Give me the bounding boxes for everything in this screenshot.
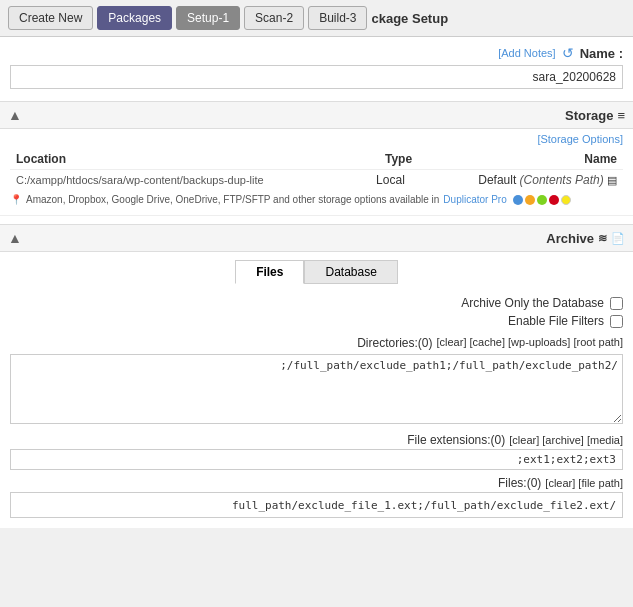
archive-tabs: Files Database [10, 260, 623, 284]
col-location: Location [10, 149, 363, 170]
archive-section-header: ▲ Archive ≋ 📄 [0, 224, 633, 252]
directories-textarea[interactable]: ;/full_path/exclude_path1;/full_path/exc… [10, 354, 623, 424]
main-content: [Add Notes] ↺ Name : ▲ Storage ≡ [Storag… [0, 37, 633, 528]
extensions-input[interactable] [10, 449, 623, 470]
collapse-arrow-storage[interactable]: ▲ [8, 107, 22, 123]
file-extensions-label: File extensions:(0) [407, 433, 505, 447]
pro-notice-text: Amazon, Dropbox, Google Drive, OneDrive,… [26, 194, 439, 205]
storage-section-header: ▲ Storage ≡ [0, 101, 633, 129]
archive-title: Archive [546, 231, 594, 246]
duplicator-pro-link[interactable]: Duplicator Pro [443, 194, 506, 205]
files-label: Files:(0) [498, 476, 541, 490]
collapse-arrow-archive[interactable]: ▲ [8, 230, 22, 246]
storage-row: C:/xampp/htdocs/sara/wp-content/backups-… [10, 170, 623, 191]
storage-content: [Storage Options] Location Type Name C:/… [10, 129, 623, 209]
file-extensions-links: [clear] [archive] [media] [509, 434, 623, 446]
archive-content: Files Database Archive Only the Database… [10, 260, 623, 518]
enable-file-filters-label: Enable File Filters [508, 314, 604, 328]
storage-table: Location Type Name C:/xampp/htdocs/sara/… [10, 149, 623, 190]
storage-name-icon: ▤ [607, 174, 617, 186]
pin-icon: 📍 [10, 194, 22, 205]
extensions-row: File extensions:(0) [clear] [archive] [m… [10, 433, 623, 447]
enable-file-filters-row: Enable File Filters [10, 314, 623, 328]
pro-notice: 📍 Amazon, Dropbox, Google Drive, OneDriv… [10, 190, 623, 209]
files-row: Files:(0) [clear] [file path] [10, 476, 623, 490]
enable-file-filters-checkbox[interactable] [610, 315, 623, 328]
directories-row: Directories:(0) [clear] [cache] [wp-uplo… [10, 336, 623, 350]
name-label: Name : [580, 46, 623, 61]
col-name: Name [418, 149, 623, 170]
storage-options-link[interactable]: [Storage Options] [10, 129, 623, 149]
files-links: [clear] [file path] [545, 477, 623, 489]
archive-options: Archive Only the Database Enable File Fi… [10, 292, 623, 336]
directories-label: Directories:(0) [357, 336, 432, 350]
archive-icon: ≋ [598, 232, 607, 245]
build3-tab[interactable]: Build-3 [308, 6, 367, 30]
color-dots [513, 195, 571, 205]
directories-links: [clear] [cache] [wp-uploads] [root path] [437, 336, 624, 348]
archive-file-icon: 📄 [611, 232, 625, 245]
scan2-tab[interactable]: Scan-2 [244, 6, 304, 30]
storage-icon: ≡ [617, 108, 625, 123]
storage-title: Storage [565, 108, 613, 123]
create-new-button[interactable]: Create New [8, 6, 93, 30]
add-notes-link[interactable]: [Add Notes] [498, 47, 555, 59]
storage-location: C:/xampp/htdocs/sara/wp-content/backups-… [10, 170, 363, 191]
undo-icon[interactable]: ↺ [562, 45, 574, 61]
database-tab[interactable]: Database [304, 260, 397, 284]
files-input[interactable] [10, 492, 623, 518]
setup1-tab[interactable]: Setup-1 [176, 6, 240, 30]
archive-only-db-label: Archive Only the Database [461, 296, 604, 310]
name-input[interactable] [10, 65, 623, 89]
archive-only-db-checkbox[interactable] [610, 297, 623, 310]
packages-tab[interactable]: Packages [97, 6, 172, 30]
top-bar: Create New Packages Setup-1 Scan-2 Build… [0, 0, 633, 37]
storage-name: Default (Contents Path) ▤ [418, 170, 623, 191]
storage-type: Local [363, 170, 418, 191]
name-section: [Add Notes] ↺ Name : [10, 37, 623, 93]
archive-only-db-row: Archive Only the Database [10, 296, 623, 310]
col-type: Type [363, 149, 418, 170]
package-setup-label: ckage Setup [371, 11, 448, 26]
files-tab[interactable]: Files [235, 260, 304, 284]
